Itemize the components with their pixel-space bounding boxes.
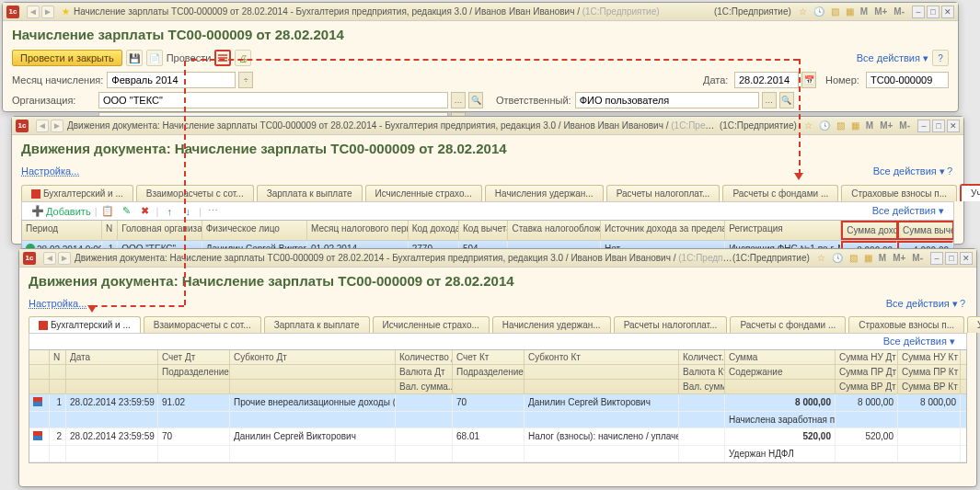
col-rate[interactable]: Ставка налогообложения [508, 221, 601, 240]
col-sum-deduct[interactable]: Сумма вычета [897, 221, 953, 240]
tool-calc-icon[interactable]: ▧ [829, 6, 841, 17]
grid-all-actions[interactable]: Все действия ▾ [872, 205, 944, 217]
tab-payout[interactable]: Зарплата к выплате [264, 316, 370, 333]
col-abroad[interactable]: Источник дохода за пределами РФ [601, 221, 725, 240]
tab-accruals[interactable]: Начисления удержан... [492, 316, 611, 333]
tab-insurance[interactable]: Исчисленные страхо... [365, 185, 482, 201]
maximize-button[interactable]: □ [945, 252, 958, 265]
tool-calendar-icon[interactable]: ▦ [849, 120, 861, 131]
col-subdiv-dt[interactable]: Подразделение Дт [158, 365, 230, 379]
tab-funds[interactable]: Расчеты с фондами ... [730, 316, 846, 333]
delete-icon[interactable]: ✖ [137, 205, 152, 217]
all-actions-link[interactable]: Все действия ▾ ? [886, 294, 976, 313]
org-input[interactable] [98, 92, 448, 108]
all-actions-link[interactable]: Все действия ▾ ? [873, 162, 963, 180]
col-pr-dt[interactable]: Сумма ПР Дт [836, 365, 898, 379]
tool-history-icon[interactable]: 🕓 [817, 120, 832, 131]
col-vr-kt[interactable]: Сумма ВР Кт [898, 380, 961, 393]
calendar-icon[interactable]: 📅 [801, 72, 816, 88]
minimize-button[interactable]: – [912, 6, 925, 18]
more-icon[interactable]: ⋯ [205, 205, 220, 217]
col-period[interactable]: Период [22, 221, 102, 240]
movements-icon[interactable] [214, 50, 231, 66]
tool-calc-icon[interactable]: ▧ [847, 253, 859, 263]
memory-m-icon[interactable]: M [859, 6, 870, 17]
col-subdiv-kt[interactable]: Подразделение Кт [453, 365, 525, 379]
close-button[interactable]: ✕ [947, 120, 960, 132]
col-cursum-kt[interactable]: Вал. сумм... [679, 380, 725, 393]
table-row[interactable]: 1 28.02.2014 23:59:59 91.02 Прочие внере… [29, 394, 966, 428]
grid-all-actions[interactable]: Все действия ▾ [883, 336, 955, 348]
col-sum[interactable]: Сумма [725, 350, 836, 364]
resp-select-icon[interactable]: … [762, 92, 777, 108]
memory-mplus-icon[interactable]: M+ [878, 120, 894, 131]
org-select-icon[interactable]: … [451, 92, 466, 108]
col-kt[interactable]: Счет Кт [453, 350, 525, 364]
tool-history-icon[interactable]: 🕓 [830, 253, 845, 263]
tab-taxpayer[interactable]: Расчеты налогоплат... [614, 316, 728, 333]
tab-insurance[interactable]: Исчисленные страхо... [373, 316, 490, 333]
post-button-text[interactable]: Провести [167, 52, 212, 63]
col-nu-kt[interactable]: Сумма НУ Кт [898, 350, 961, 364]
col-desc[interactable]: Содержание [725, 365, 836, 379]
add-button[interactable]: ➕ Добавить [31, 205, 91, 217]
tool-star-icon[interactable]: ☆ [802, 120, 814, 131]
nav-fwd-icon[interactable]: ► [41, 6, 54, 18]
copy-icon[interactable]: 📋 [100, 205, 115, 217]
nav-back-icon[interactable]: ◄ [36, 120, 49, 132]
col-nu-dt[interactable]: Сумма НУ Дт [836, 350, 898, 364]
nav-back-icon[interactable]: ◄ [27, 6, 40, 18]
table-row[interactable]: 2 28.02.2014 23:59:59 70 Данилин Сергей … [29, 428, 966, 462]
col-dt[interactable]: Счет Дт [158, 350, 230, 364]
tab-taxpayer[interactable]: Расчеты налогоплат... [606, 185, 721, 201]
save-icon[interactable]: 💾 [126, 50, 143, 66]
settings-link[interactable]: Настройка... [12, 162, 88, 180]
nav-back-icon[interactable]: ◄ [43, 252, 56, 265]
col-cursum-dt[interactable]: Вал. сумма... [396, 380, 453, 393]
tool-history-icon[interactable]: 🕓 [812, 6, 826, 17]
favorite-icon[interactable]: ★ [62, 6, 70, 17]
tab-insurance2[interactable]: Страховые взносы п... [841, 185, 957, 201]
memory-m-icon[interactable]: M [877, 253, 888, 263]
resp-open-icon[interactable]: 🔍 [779, 92, 794, 108]
col-qty-kt[interactable]: Количест... [679, 350, 725, 364]
resp-input[interactable] [575, 92, 759, 108]
date-input[interactable] [734, 72, 799, 88]
memory-mminus-icon[interactable]: M- [892, 6, 906, 17]
col-org[interactable]: Головная организация [118, 221, 202, 240]
minimize-button[interactable]: – [917, 120, 930, 132]
col-n[interactable]: N [50, 350, 66, 364]
tool-calendar-icon[interactable]: ▦ [862, 253, 874, 263]
tab-income-1[interactable]: Учет доходов для ис... [960, 184, 980, 201]
print-icon[interactable]: 🖨 [235, 50, 251, 66]
tab-insurance2[interactable]: Страховые взносы п... [848, 316, 964, 333]
col-sum-income[interactable]: Сумма дохода [841, 221, 897, 240]
tab-funds[interactable]: Расчеты с фондами ... [722, 185, 838, 201]
col-sub-dt[interactable]: Субконто Дт [230, 350, 396, 364]
memory-mplus-icon[interactable]: M+ [872, 6, 889, 17]
close-button[interactable]: ✕ [941, 6, 954, 18]
month-spinner-icon[interactable]: ÷ [238, 72, 253, 88]
movedown-icon[interactable]: ↓ [180, 206, 195, 217]
col-sub-kt[interactable]: Субконто Кт [525, 350, 679, 364]
memory-m-icon[interactable]: M [864, 120, 875, 131]
col-person[interactable]: Физическое лицо [202, 221, 307, 240]
tab-accruals[interactable]: Начисления удержан... [485, 185, 604, 201]
nav-fwd-icon[interactable]: ► [58, 252, 71, 265]
tab-settlements[interactable]: Взаиморасчеты с сот... [144, 316, 261, 333]
tool-calc-icon[interactable]: ▧ [835, 120, 847, 131]
col-income-code[interactable]: Код дохода [409, 221, 459, 240]
memory-mminus-icon[interactable]: M- [910, 253, 925, 263]
minimize-button[interactable]: – [930, 252, 943, 265]
memory-mminus-icon[interactable]: M- [897, 120, 912, 131]
org-open-icon[interactable]: 🔍 [468, 92, 483, 108]
month-input[interactable] [107, 72, 236, 88]
edit-icon[interactable]: ✎ [119, 205, 133, 217]
post-close-button[interactable]: Провести и закрыть [12, 50, 122, 66]
tool-calendar-icon[interactable]: ▦ [844, 6, 856, 17]
col-date[interactable]: Дата [66, 350, 158, 364]
col-month[interactable]: Месяц налогового периода [307, 221, 409, 240]
memory-mplus-icon[interactable]: M+ [891, 253, 907, 263]
col-pr-kt[interactable]: Сумма ПР Кт [898, 365, 961, 379]
all-actions-link[interactable]: Все действия ▾ [857, 52, 928, 64]
